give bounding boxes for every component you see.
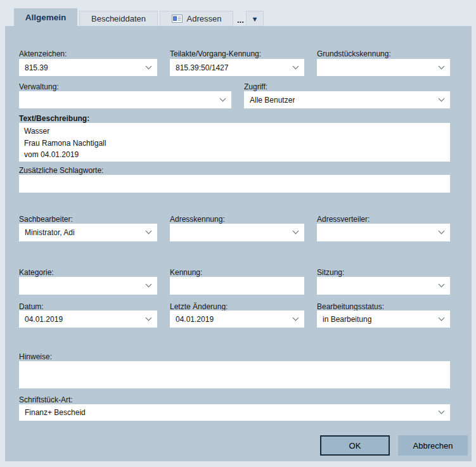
chevron-down-icon[interactable] bbox=[439, 96, 444, 101]
tab-list-dropdown-button[interactable]: ▼ bbox=[246, 11, 264, 26]
chevron-down-icon[interactable] bbox=[293, 229, 299, 234]
schlagworte-label: Zusätzliche Schlagworte: bbox=[19, 166, 103, 175]
address-card-icon bbox=[172, 15, 183, 23]
tab-bescheiddaten[interactable]: Bescheiddaten bbox=[79, 11, 158, 26]
kennung-label: Kennung: bbox=[170, 268, 202, 277]
text-beschreibung-label: Text/Beschreibung: bbox=[19, 114, 89, 123]
adressverteiler-label: Adressverteiler: bbox=[317, 215, 370, 224]
chevron-down-icon[interactable] bbox=[439, 316, 444, 321]
adresskennung-label: Adresskennung: bbox=[170, 215, 225, 224]
hinweise-label: Hinweise: bbox=[19, 352, 52, 361]
tab-bescheiddaten-label: Bescheiddaten bbox=[91, 14, 146, 23]
tab-allgemein[interactable]: Allgemein bbox=[14, 8, 77, 26]
zugriff-value: Alle Benutzer bbox=[244, 96, 295, 105]
teilakte-value: 815.39:50/1427 bbox=[170, 63, 228, 72]
aktenzeichen-combobox[interactable]: 815.39 bbox=[19, 59, 157, 76]
letzte-aenderung-combobox[interactable]: 04.01.2019 bbox=[170, 310, 304, 328]
zugriff-label: Zugriff: bbox=[244, 82, 267, 91]
aktenzeichen-value: 815.39 bbox=[19, 63, 48, 72]
chevron-down-icon[interactable] bbox=[439, 64, 444, 69]
bearbeitungsstatus-combobox[interactable]: in Bearbeitung bbox=[317, 310, 450, 328]
datum-label: Datum: bbox=[19, 302, 44, 311]
zugriff-combobox[interactable]: Alle Benutzer bbox=[244, 91, 450, 108]
sachbearbeiter-label: Sachbearbeiter: bbox=[19, 215, 73, 224]
chevron-down-icon[interactable] bbox=[146, 229, 151, 234]
grundstueckskennung-combobox[interactable] bbox=[317, 59, 450, 76]
sitzung-label: Sitzung: bbox=[317, 268, 344, 277]
cancel-button[interactable]: Abbrechen bbox=[398, 435, 468, 456]
chevron-down-icon[interactable] bbox=[146, 64, 151, 69]
sitzung-combobox[interactable] bbox=[317, 277, 450, 295]
ok-button[interactable]: OK bbox=[320, 435, 390, 456]
bearbeitungsstatus-value: in Bearbeitung bbox=[317, 315, 371, 324]
letzte-aenderung-value: 04.01.2019 bbox=[170, 315, 214, 324]
chevron-down-icon[interactable] bbox=[439, 229, 444, 234]
text-beschreibung-textarea[interactable]: Wasser Frau Ramona Nachtigall vom 04.01.… bbox=[19, 123, 450, 162]
tab-adressen-label: Adressen bbox=[187, 14, 222, 23]
tab-overflow-ellipsis: ... bbox=[235, 10, 246, 26]
aktenzeichen-label: Aktenzeichen: bbox=[19, 49, 67, 58]
kategorie-combobox[interactable] bbox=[19, 277, 157, 295]
datum-combobox[interactable]: 04.01.2019 bbox=[19, 310, 157, 328]
sachbearbeiter-value: Ministrator, Adi bbox=[19, 228, 75, 237]
document-properties-dialog: { "dialog": { "tabs": [ {"label": "Allge… bbox=[0, 0, 476, 467]
schriftstueck-art-value: Finanz+ Bescheid bbox=[19, 408, 86, 417]
teilakte-label: Teilakte/Vorgang-Kennung: bbox=[170, 49, 261, 58]
teilakte-combobox[interactable]: 815.39:50/1427 bbox=[170, 59, 304, 76]
datum-value: 04.01.2019 bbox=[19, 315, 63, 324]
schriftstueck-art-combobox[interactable]: Finanz+ Bescheid bbox=[19, 404, 450, 421]
schriftstueck-art-label: Schriftstück-Art: bbox=[19, 395, 73, 404]
sachbearbeiter-combobox[interactable]: Ministrator, Adi bbox=[19, 224, 157, 241]
verwaltung-label: Verwaltung: bbox=[19, 82, 59, 91]
chevron-down-icon[interactable] bbox=[146, 316, 151, 321]
letzte-aenderung-label: Letzte Änderung: bbox=[170, 302, 228, 311]
adressverteiler-combobox[interactable] bbox=[317, 224, 450, 241]
tab-allgemein-label: Allgemein bbox=[25, 13, 67, 22]
grundstueckskennung-label: Grundstückskennung: bbox=[317, 49, 391, 58]
adresskennung-combobox[interactable] bbox=[170, 224, 304, 241]
kategorie-label: Kategorie: bbox=[19, 268, 54, 277]
chevron-down-icon[interactable] bbox=[439, 282, 444, 287]
caret-down-icon: ▼ bbox=[251, 15, 258, 23]
schlagworte-input[interactable] bbox=[19, 175, 450, 193]
chevron-down-icon[interactable] bbox=[293, 64, 299, 69]
verwaltung-combobox[interactable] bbox=[19, 91, 231, 108]
hinweise-textarea[interactable] bbox=[19, 361, 450, 388]
tab-strip: Allgemein Bescheiddaten Adressen ... ▼ bbox=[14, 8, 264, 26]
chevron-down-icon[interactable] bbox=[293, 316, 299, 321]
bearbeitungsstatus-label: Bearbeitungsstatus: bbox=[317, 302, 384, 311]
chevron-down-icon[interactable] bbox=[146, 282, 151, 287]
tab-adressen[interactable]: Adressen bbox=[160, 11, 233, 26]
chevron-down-icon[interactable] bbox=[221, 96, 226, 101]
kennung-input[interactable] bbox=[170, 277, 304, 295]
chevron-down-icon[interactable] bbox=[439, 409, 444, 414]
